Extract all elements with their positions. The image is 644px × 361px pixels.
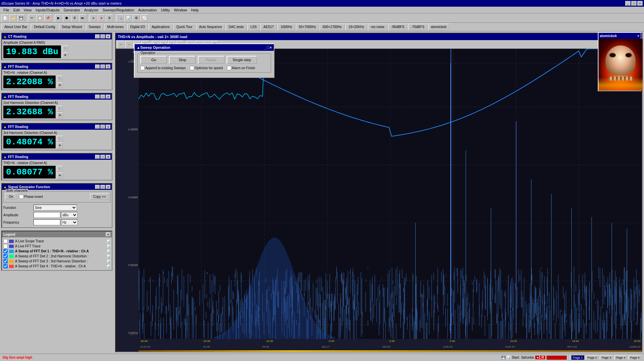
siggen-on-button[interactable]: On [5, 194, 17, 200]
atomicbob-close[interactable]: × [637, 34, 639, 38]
frequency-input[interactable]: 1000.000 [33, 219, 60, 225]
menu-sweeps[interactable]: Sweeps/Regulation [100, 7, 136, 13]
ct-panel-minimize[interactable]: _ [95, 34, 100, 38]
fft1-close[interactable]: × [106, 65, 110, 69]
quick-digital-io[interactable]: Digital I/O [127, 24, 148, 30]
amplitude-input[interactable]: 20.000 [33, 212, 60, 218]
fft2-minimize[interactable]: _ [95, 95, 100, 99]
quick-tour[interactable]: Quick Tour [173, 24, 195, 30]
quick-70dbfs[interactable]: -70dBFS [408, 24, 427, 30]
fft2-maximize[interactable]: □ [100, 95, 105, 99]
quick-dac-tests[interactable]: DAC tests [226, 24, 247, 30]
amplitude-unit-select[interactable]: dBu [61, 212, 78, 218]
ct-btn2[interactable]: 👁 [62, 52, 68, 58]
sweep-dialog-minimize[interactable]: _ [264, 45, 266, 49]
fft3-btn2[interactable]: 👁 [57, 142, 63, 148]
fft1-minimize[interactable]: _ [95, 65, 100, 69]
legend-check-3[interactable] [3, 254, 8, 258]
fft1-btn2[interactable]: 👁 [57, 82, 63, 88]
quick-atomicbob[interactable]: atomicbob [428, 24, 450, 30]
toolbar-paste[interactable]: 📌 [44, 14, 52, 22]
fft2-btn2[interactable]: 👁 [57, 112, 63, 118]
phase-invert-checkbox[interactable] [19, 195, 23, 199]
fft1-btn1[interactable]: 🔧 [57, 76, 63, 82]
legend-check-0[interactable] [3, 239, 8, 243]
menu-inputs-outputs[interactable]: Inputs/Outputs [33, 7, 62, 13]
minimize-button[interactable]: _ [625, 1, 631, 6]
function-select[interactable]: Sine [33, 205, 77, 211]
sweep-single-step-button[interactable]: Single-step [227, 56, 257, 64]
toolbar-play[interactable]: ● [90, 14, 97, 22]
ct-panel-close[interactable]: × [106, 34, 110, 38]
toolbar-b4[interactable]: ⏭ [79, 14, 86, 22]
ct-btn1[interactable]: 🔧 [62, 45, 68, 51]
optimize-checkbox[interactable] [190, 66, 194, 70]
plot-area[interactable] [139, 49, 642, 339]
toolbar-b2[interactable]: ⏹ [63, 14, 70, 22]
page-2-button[interactable]: Page 2 [586, 355, 599, 360]
menu-view[interactable]: View [22, 7, 34, 13]
fft4-maximize[interactable]: □ [100, 155, 105, 159]
legend-check-4[interactable] [3, 259, 8, 263]
fft3-btn1[interactable]: 🔧 [57, 136, 63, 142]
quick-about-user-bar[interactable]: About User Bar [1, 24, 30, 30]
fft4-btn1[interactable]: 🔧 [57, 166, 63, 172]
quick-lss[interactable]: LSS [247, 24, 260, 30]
toolbar-save[interactable]: 💾 [17, 14, 25, 22]
quick-setup-wizard[interactable]: Setup Wizard [59, 24, 85, 30]
quick-50-7000hz[interactable]: 50+7000Hz [296, 24, 319, 30]
toolbar-copy[interactable]: 📋 [36, 14, 44, 22]
quick-applications[interactable]: Applications [149, 24, 173, 30]
menu-file[interactable]: File [1, 7, 11, 13]
close-button[interactable]: × [637, 1, 643, 6]
ct-panel-maximize[interactable]: □ [100, 34, 105, 38]
quick-auto-sequence[interactable]: Auto Sequence [196, 24, 225, 30]
toolbar-b6[interactable]: 📊 [125, 14, 132, 22]
toolbar-pause[interactable]: ⏸ [106, 14, 113, 22]
sweep-pause-button[interactable]: Pause [198, 56, 225, 64]
page-4-button[interactable]: Page 4 [614, 355, 627, 360]
toolbar-b1[interactable]: ▶ [55, 14, 62, 22]
fft2-btn1[interactable]: 🔧 [57, 106, 63, 112]
quick-600-1700hz[interactable]: 600+1700Hz [320, 24, 345, 30]
toolbar-b7[interactable]: ⚙ [133, 14, 140, 22]
fft4-btn2[interactable]: 👁 [57, 172, 63, 178]
page-1-button[interactable]: Page 1 [571, 355, 584, 360]
quick-aes17[interactable]: AES17 [260, 24, 277, 30]
siggen-copy-button[interactable]: Copy >> [90, 194, 109, 200]
toolbar-stop[interactable]: ● [98, 14, 105, 22]
toolbar-open[interactable]: 📂 [9, 14, 17, 22]
quick-multitones[interactable]: Multi-tones [104, 24, 127, 30]
alarm-checkbox[interactable] [227, 66, 231, 70]
menu-edit[interactable]: Edit [11, 7, 22, 13]
graph-tool-2[interactable]: → [125, 41, 133, 48]
fft1-maximize[interactable]: □ [100, 65, 105, 69]
menu-automation[interactable]: Automation [136, 7, 159, 13]
legend-close[interactable]: × [106, 232, 110, 236]
fft2-close[interactable]: × [106, 95, 110, 99]
siggen-minimize[interactable]: _ [95, 185, 100, 189]
quick-90dbfs[interactable]: -90dBFS [388, 24, 407, 30]
siggen-close[interactable]: × [106, 185, 110, 189]
toolbar-cut[interactable]: ✂ [28, 14, 35, 22]
legend-check-5[interactable] [3, 264, 8, 268]
sweep-stop-button[interactable]: Stop [169, 56, 196, 64]
fft3-close[interactable]: × [106, 125, 110, 129]
maximize-button[interactable]: □ [631, 1, 637, 6]
menu-help[interactable]: Help [189, 7, 201, 13]
fft4-close[interactable]: × [106, 155, 110, 159]
quick-1000hz[interactable]: 1000Hz [277, 24, 295, 30]
page-5-button[interactable]: Page 5 [628, 355, 641, 360]
fft3-minimize[interactable]: _ [95, 125, 100, 129]
legend-check-1[interactable] [3, 244, 8, 248]
legend-check-2[interactable] [3, 249, 8, 253]
append-checkbox[interactable] [140, 66, 145, 70]
quick-19-20khz[interactable]: 19+20KHz [345, 24, 367, 30]
menu-window[interactable]: Window [172, 7, 189, 13]
toolbar-b3[interactable]: ⏸ [71, 14, 78, 22]
graph-tool-1[interactable]: ← [117, 41, 125, 48]
toolbar-b8[interactable]: 📈 [141, 14, 148, 22]
menu-analyzer[interactable]: Analyzer [82, 7, 100, 13]
toolbar-b5[interactable]: 🔍 [116, 14, 124, 22]
quick-res-noise[interactable]: res noise [368, 24, 388, 30]
